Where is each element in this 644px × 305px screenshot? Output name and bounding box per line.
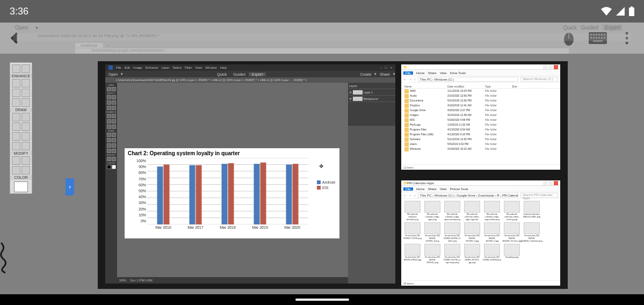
pse-create-button[interactable]: Create (357, 72, 374, 76)
menu-help[interactable]: Help (220, 66, 227, 69)
nav-fwd-icon[interactable]: → (409, 194, 412, 197)
table-row[interactable]: Windows4/19/2020 10:15 AMFile folder (401, 147, 560, 151)
ribbon-view[interactable]: View (440, 187, 447, 191)
pse-mode-expert[interactable]: Expert (249, 72, 266, 76)
keyboard-icon[interactable] (588, 28, 607, 48)
pse-layers-panel[interactable]: Layers 👁Layer 1 👁Background (348, 83, 395, 126)
table-row[interactable]: Users5/5/2019 3:02 PMFile folder (401, 142, 560, 147)
win-max-icon[interactable] (548, 65, 553, 69)
ribbon-view[interactable]: View (440, 71, 447, 75)
list-item[interactable]: Screenshot-202 00406-101356_0.jpg (483, 222, 501, 242)
pse-document-tabs[interactable]: c:\Users\chris\Downloads\41967163d853e14… (105, 77, 395, 83)
menu-window[interactable]: Window (205, 66, 216, 69)
table-row[interactable]: MSI5/18/2020 4:58 PMFile folder (401, 118, 560, 122)
pse-zoom[interactable]: 100% (119, 279, 126, 282)
nav-fwd-icon[interactable]: → (409, 78, 412, 81)
explorer-titlebar[interactable]: 📁 PR-Calendar-Apps (401, 180, 560, 186)
column-headers[interactable]: Name Date modified Type Size (401, 85, 560, 89)
list-item[interactable]: Sampling.png (503, 244, 521, 264)
table-row[interactable]: Software5/11/2019 12:30 PMFile folder (401, 137, 560, 142)
list-item[interactable]: 00-android-calendar-edge-apps-weekly.png (443, 201, 461, 221)
explorer-window-bottom[interactable]: 📁 PR-Calendar-Apps File Home Share View … (401, 180, 560, 286)
nav-up-icon[interactable]: ↑ (414, 194, 416, 197)
table-row[interactable]: Dropbox4/16/2019 11:41 AMFile folder (401, 103, 560, 108)
ribbon-home[interactable]: Home (416, 71, 425, 75)
list-item[interactable]: 00-android-calendar-editor-apps-agenda-w… (463, 201, 481, 221)
win-min-icon[interactable] (543, 181, 547, 185)
explorer-ribbon[interactable]: File Home Share View Drive Tools (401, 70, 560, 76)
win-max-icon[interactable] (548, 181, 553, 185)
win-close-icon[interactable] (554, 65, 558, 69)
table-row[interactable]: Images3/14/2019 11:38 AMFile folder (401, 113, 560, 118)
menu-view[interactable]: View (195, 66, 202, 69)
table-row[interactable]: Program Files (x86)4/13/2020 9:10 PMFile… (401, 132, 560, 137)
menu-file[interactable]: File (116, 66, 121, 69)
explorer-file-list[interactable]: Name Date modified Type Size AMD1/11/201… (401, 83, 560, 164)
table-row[interactable]: PerfLogs1/3/2019 11:32 AMFile folder (401, 122, 560, 127)
nav-up-icon[interactable]: ↑ (414, 78, 416, 81)
window-min-icon[interactable]: – (380, 66, 382, 69)
mouse-icon[interactable] (559, 28, 578, 48)
window-max-icon[interactable]: □ (385, 66, 387, 69)
overflow-menu-icon[interactable] (617, 28, 636, 48)
menu-edit[interactable]: Edit (125, 66, 130, 69)
ribbon-drivetools[interactable]: Drive Tools (450, 71, 466, 75)
list-item[interactable]: Screenshot-202 00406-104033_Calendar.png (523, 222, 541, 242)
pse-open-button[interactable]: Open (105, 72, 121, 76)
ribbon-picturetools[interactable]: Picture Tools (450, 187, 468, 191)
explorer-address-bar[interactable]: ←→↑ This PC › Windows (C:) › Google Driv… (401, 192, 560, 199)
explorer-address-bar[interactable]: ←→↑ This PC › Windows (C:) Search Window… (401, 76, 560, 83)
pse-canvas[interactable]: Chart 2: Operating system loyalty in qua… (117, 83, 348, 277)
table-row[interactable]: AMD1/11/2019 12:04 PMFile folder (401, 89, 560, 93)
list-item[interactable]: Screenshot-202 00406-190544_png (423, 244, 442, 264)
list-item[interactable]: Screenshot-202 00406-101356_0.jpg (463, 222, 481, 242)
pse-menubar[interactable]: File Edit Image Enhance Layer Select Fil… (105, 64, 395, 71)
android-nav-bar[interactable] (0, 294, 644, 305)
list-item[interactable]: Screenshot-202 00406-191400.png (483, 244, 501, 264)
outer-tool-palette[interactable]: ENHANCE DRAW MODIFY COLOR (10, 62, 32, 194)
explorer-icon-grid[interactable]: 00-android-calendar-defaults.png00-andro… (401, 199, 560, 280)
table-row[interactable]: Program Files4/13/2020 6:54 AMFile folde… (401, 127, 560, 132)
table-row[interactable]: Audio2/10/2020 12:56 PMFile folder (401, 93, 560, 98)
layer-1[interactable]: Layer 1 (364, 91, 373, 94)
list-item[interactable]: Screenshot-202 00406-101356_0.png (423, 222, 442, 242)
menu-layer[interactable]: Layer (161, 66, 169, 69)
ribbon-share[interactable]: Share (428, 187, 437, 191)
list-item[interactable]: Screenshot-202 00406-191322-gp.png (463, 244, 481, 264)
nav-back-icon[interactable]: ← (403, 194, 407, 197)
list-item[interactable]: 00-android-calendar-edge-apps.png (423, 201, 442, 221)
list-item[interactable]: 00-android-calendar-defaults.png (403, 201, 422, 221)
menu-select[interactable]: Select (172, 66, 182, 69)
list-item[interactable]: 00-android-calendar-editor-overlay.png (503, 201, 521, 221)
breadcrumb[interactable]: This PC › Windows (C:) (418, 77, 518, 82)
col-date[interactable]: Date modified (447, 85, 485, 88)
pse-mode-guided[interactable]: Guided (230, 72, 249, 76)
breadcrumb[interactable]: This PC › Windows (C:) › Google Drive › … (418, 193, 518, 198)
menu-filter[interactable]: Filter (185, 66, 192, 69)
search-input[interactable]: Search PR-Calendar-Apps (520, 193, 558, 198)
table-row[interactable]: Google Drive4/20/2020 3:27 PMFile folder (401, 108, 560, 113)
explorer-window-top[interactable]: 📁 File Home Share View Drive Tools ←→↑ T… (401, 64, 560, 170)
ribbon-home[interactable]: Home (416, 187, 425, 191)
explorer-titlebar[interactable]: 📁 (401, 64, 560, 70)
list-item[interactable]: Screenshot-202 00406-171205.png (403, 222, 422, 242)
pse-mode-quick[interactable]: Quick (214, 72, 230, 76)
list-item[interactable]: Screenshot-202 00406-190544.jpg (403, 244, 422, 264)
list-item[interactable]: 00-android-calendar-edge-apps-editor.png (483, 201, 501, 221)
list-item[interactable]: android-calendar-0400-01-0901.png (523, 201, 541, 221)
col-size[interactable]: Size (512, 85, 533, 88)
list-item[interactable]: Screenshot-202 00406-104033_Chrome.jpg (503, 222, 521, 242)
ribbon-file[interactable]: File (403, 187, 413, 191)
table-row[interactable]: Documents5/14/2019 12:26 PMFile folder (401, 98, 560, 103)
layer-bg[interactable]: Background (364, 97, 378, 100)
nav-back-icon[interactable]: ← (403, 78, 407, 81)
color-swatch[interactable] (14, 181, 28, 192)
photoshop-elements-window[interactable]: File Edit Image Enhance Layer Select Fil… (105, 64, 395, 284)
ribbon-file[interactable]: File (403, 71, 413, 75)
nav-home-pill[interactable] (295, 299, 349, 301)
col-type[interactable]: Type (485, 85, 512, 88)
expand-chevron-icon[interactable]: › (66, 178, 74, 195)
list-item[interactable]: Screenshot-202 00406-191236_p-ng-merge.p… (443, 244, 461, 264)
menu-enhance[interactable]: Enhance (146, 66, 158, 69)
window-close-icon[interactable]: × (390, 66, 392, 69)
